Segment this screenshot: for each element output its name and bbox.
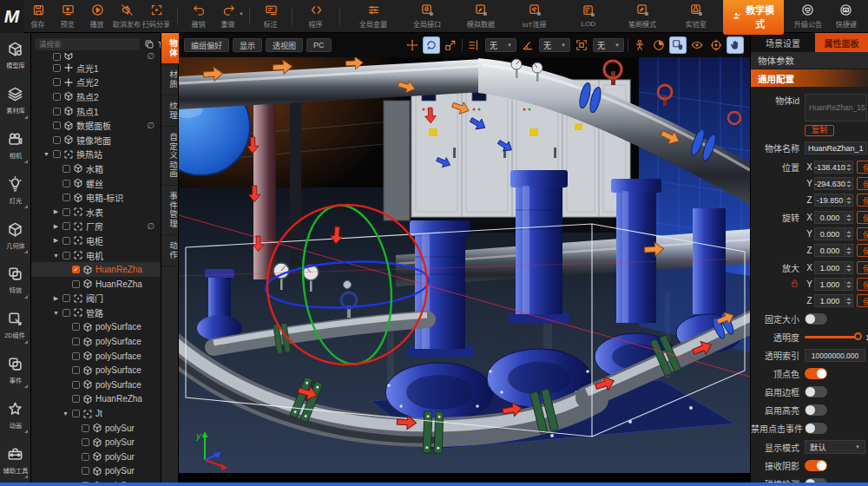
side-tab-3[interactable]: 自定义动画 bbox=[161, 127, 179, 186]
expand-arrow[interactable]: ▼ bbox=[52, 310, 60, 316]
rail-item-asset-library[interactable]: 素材库 bbox=[0, 78, 30, 123]
rotation-x-save-button[interactable]: 保存 bbox=[857, 211, 868, 224]
opacity-slider[interactable] bbox=[805, 336, 858, 338]
viewport-3d-scene[interactable]: y x bbox=[179, 57, 750, 473]
tree-item[interactable]: ▶水表 bbox=[31, 205, 161, 220]
tree-item-checkbox[interactable] bbox=[72, 280, 80, 288]
rail-item-light[interactable]: 灯光 bbox=[0, 167, 30, 213]
tree-item-checkbox[interactable] bbox=[72, 381, 80, 389]
side-tab-2[interactable]: 纹理 bbox=[161, 95, 179, 127]
viewport-dropdown-1[interactable]: 显示 bbox=[233, 38, 262, 52]
teaching-mode-button[interactable]: 教学模式 bbox=[723, 0, 784, 35]
mock-data-button[interactable]: 模拟数据 bbox=[454, 0, 508, 33]
scale-z-input[interactable]: 1.000 bbox=[814, 294, 845, 307]
position-z-input[interactable]: -19.850 bbox=[814, 194, 845, 207]
lod-button[interactable]: LOD bbox=[562, 0, 615, 33]
lab-button[interactable]: 实验室 bbox=[669, 0, 723, 33]
dropdown-caret[interactable]: ▼ bbox=[239, 11, 244, 16]
tree-item[interactable]: polySurface bbox=[31, 349, 161, 364]
section-object-params[interactable]: 物体参数 bbox=[751, 52, 868, 69]
tree-item[interactable]: 热点1 bbox=[31, 104, 161, 119]
tree-item-checkbox[interactable] bbox=[72, 366, 80, 374]
tree-item[interactable]: 热点2 bbox=[31, 89, 161, 104]
tree-item[interactable]: 镜像地面 bbox=[31, 133, 161, 148]
number-stepper[interactable] bbox=[845, 194, 853, 207]
tree-item[interactable]: 电箱-标识 bbox=[31, 190, 161, 205]
tree-item[interactable]: 点光2 bbox=[31, 76, 161, 90]
object-name-input[interactable] bbox=[805, 141, 867, 154]
number-stepper[interactable] bbox=[845, 161, 853, 174]
tree-item[interactable]: 水箱 bbox=[31, 161, 161, 176]
vertex-color-toggle[interactable] bbox=[805, 368, 827, 379]
viewport-select-9[interactable]: 无▼ bbox=[593, 38, 624, 52]
number-stepper[interactable] bbox=[845, 244, 853, 257]
rail-item-camera[interactable]: 相机 bbox=[0, 123, 30, 168]
rotation-z-input[interactable]: 0.000 bbox=[814, 244, 845, 257]
tree-item[interactable]: polySurface bbox=[31, 320, 161, 335]
tree-item[interactable]: HuanReZha bbox=[31, 392, 161, 407]
upgrade-announcement-button[interactable]: 升级公告 bbox=[792, 0, 822, 33]
redo-button[interactable]: 重做▼ bbox=[214, 0, 243, 33]
expand-arrow[interactable]: ▼ bbox=[43, 151, 50, 157]
number-stepper[interactable] bbox=[845, 211, 853, 224]
tree-item-checkbox[interactable] bbox=[72, 410, 80, 417]
tree-item-checkbox[interactable]: ✓ bbox=[72, 266, 80, 273]
side-tab-5[interactable]: 动作 bbox=[161, 235, 179, 266]
code-button[interactable]: 程序 bbox=[299, 0, 333, 33]
tree-item-checkbox[interactable] bbox=[62, 208, 70, 216]
tree-item-checkbox[interactable] bbox=[72, 338, 80, 345]
position-x-save-button[interactable]: 保存 bbox=[857, 161, 868, 174]
expand-arrow[interactable]: ▶ bbox=[52, 237, 60, 244]
snap-list-tool[interactable] bbox=[466, 37, 482, 53]
side-tab-1[interactable]: 材质 bbox=[161, 64, 179, 95]
tree-item-checkbox[interactable] bbox=[62, 309, 70, 317]
tree-item-checkbox[interactable] bbox=[82, 438, 89, 446]
receive-shadow-toggle[interactable] bbox=[805, 460, 827, 471]
rail-item-model-library[interactable]: 模型库 bbox=[0, 33, 30, 78]
tree-item-checkbox[interactable] bbox=[62, 237, 70, 245]
opacity-index-input[interactable]: 10000000.000 bbox=[805, 349, 865, 362]
section-general-config[interactable]: 通用配置 bbox=[751, 69, 868, 87]
copy-button[interactable]: 复制 bbox=[805, 125, 834, 136]
tree-item-checkbox[interactable] bbox=[82, 467, 89, 475]
tree-item[interactable]: ▶电柜 bbox=[31, 233, 161, 248]
pie-tool[interactable] bbox=[651, 37, 667, 53]
viewport-dropdown-0[interactable]: 编组偏好 bbox=[184, 38, 229, 52]
tree-item[interactable]: 数据面板∅ bbox=[31, 118, 161, 133]
position-y-save-button[interactable]: 保存 bbox=[857, 177, 868, 190]
fixed-size-toggle[interactable] bbox=[805, 313, 827, 325]
tree-item[interactable]: ▶厂房∅ bbox=[31, 220, 161, 234]
tree-item-checkbox[interactable] bbox=[53, 122, 61, 129]
number-stepper[interactable] bbox=[845, 294, 853, 307]
viewport-select-7[interactable]: 无▼ bbox=[539, 38, 570, 52]
skeleton-tool[interactable] bbox=[632, 37, 648, 53]
global-var-button[interactable]: 全局变量 bbox=[346, 0, 400, 33]
position-x-input[interactable]: -138.410 bbox=[814, 161, 845, 174]
rail-item-2d-widgets[interactable]: 2D组件 bbox=[0, 303, 30, 348]
expand-arrow[interactable]: ▶ bbox=[52, 295, 60, 302]
tree-item[interactable]: ▼Jt bbox=[31, 406, 161, 421]
tree-item-checkbox[interactable] bbox=[72, 323, 80, 331]
hand-select-tool[interactable] bbox=[670, 37, 686, 53]
target-tool[interactable] bbox=[708, 37, 724, 53]
expand-arrow[interactable]: ▼ bbox=[52, 253, 60, 259]
viewport-dropdown-3[interactable]: PC bbox=[306, 38, 332, 52]
expand-arrow[interactable]: ▶ bbox=[52, 223, 60, 230]
tree-item[interactable]: ▶阀门 bbox=[31, 292, 161, 306]
play-button[interactable]: 播放 bbox=[82, 0, 112, 33]
rotation-x-input[interactable]: 0.000 bbox=[814, 211, 845, 224]
tree-item[interactable]: ▼管路 bbox=[31, 305, 161, 320]
tree-item-checkbox[interactable] bbox=[53, 108, 61, 115]
tree-item[interactable]: polySur bbox=[31, 450, 161, 464]
tree-item-checkbox[interactable] bbox=[82, 453, 89, 461]
scale-x-input[interactable]: 1.000 bbox=[814, 261, 845, 274]
display-mode-select[interactable]: 默认▼ bbox=[805, 440, 865, 454]
position-y-input[interactable]: -294.630 bbox=[814, 177, 845, 190]
tree-item-checkbox[interactable] bbox=[53, 150, 61, 158]
rotation-y-save-button[interactable]: 保存 bbox=[857, 227, 868, 240]
tree-item-checkbox[interactable] bbox=[53, 93, 61, 101]
number-stepper[interactable] bbox=[845, 177, 853, 190]
undo-button[interactable]: 撤销 bbox=[184, 0, 214, 33]
tree-item-checkbox[interactable] bbox=[62, 252, 70, 259]
save-button[interactable]: 保存 bbox=[23, 0, 53, 33]
